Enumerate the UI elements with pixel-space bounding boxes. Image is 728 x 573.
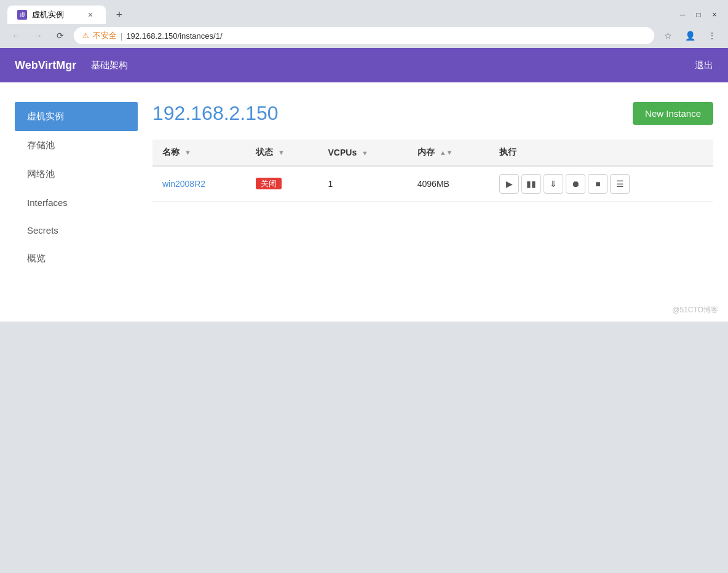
- action-buttons: ▶ ▮▮ ⇓ ⏺: [499, 174, 703, 194]
- col-actions: 执行: [489, 140, 713, 166]
- page-title: 192.168.2.150: [152, 102, 279, 125]
- new-instance-button[interactable]: New Instance: [633, 102, 713, 125]
- bookmark-button[interactable]: ☆: [659, 27, 676, 44]
- vm-status-cell: 关闭: [246, 166, 318, 202]
- col-name: 名称 ▼: [152, 140, 246, 166]
- stop-button[interactable]: ■: [588, 174, 607, 194]
- url-text: 192.168.2.150/instances/1/: [126, 31, 222, 41]
- col-status: 状态 ▼: [246, 140, 318, 166]
- watermark: @51CTO博客: [0, 293, 728, 322]
- window-close-button[interactable]: ×: [708, 9, 721, 21]
- table-row: win2008R2 关闭 1 4096MB ▶: [152, 166, 713, 202]
- sidebar: 虚机实例 存储池 网络池 Interfaces Secrets 概览: [15, 102, 138, 273]
- vm-actions-cell: ▶ ▮▮ ⇓ ⏺: [489, 166, 713, 202]
- vm-name-cell: win2008R2: [152, 166, 246, 202]
- sidebar-item-network-pool[interactable]: 网络池: [15, 160, 138, 189]
- back-button[interactable]: ←: [7, 27, 25, 44]
- sort-vcpus-icon[interactable]: ▼: [362, 149, 368, 157]
- sidebar-item-overview[interactable]: 概览: [15, 244, 138, 273]
- pause-icon: ▮▮: [526, 179, 536, 189]
- profile-button[interactable]: 👤: [681, 27, 698, 44]
- tab-favicon: 虚: [17, 10, 27, 20]
- more-menu-button[interactable]: ☰: [610, 174, 630, 194]
- minimize-button[interactable]: ─: [676, 9, 689, 21]
- sidebar-item-interfaces[interactable]: Interfaces: [15, 189, 138, 216]
- vm-name-link[interactable]: win2008R2: [162, 179, 205, 189]
- power-icon: ⏺: [571, 179, 580, 189]
- instances-table: 名称 ▼ 状态 ▼ VCPUs ▼: [152, 140, 713, 202]
- status-badge: 关闭: [256, 178, 282, 189]
- sort-status-icon[interactable]: ▼: [278, 149, 285, 156]
- download-icon: ⇓: [550, 179, 557, 189]
- reload-button[interactable]: ⟳: [52, 27, 69, 44]
- forward-button[interactable]: →: [30, 27, 47, 44]
- maximize-button[interactable]: □: [692, 9, 705, 21]
- table-header-row: 名称 ▼ 状态 ▼ VCPUs ▼: [152, 140, 713, 166]
- tab-title: 虚机实例: [32, 9, 64, 20]
- vm-vcpus-cell: 1: [318, 166, 407, 202]
- app-logo: WebVirtMgr: [15, 59, 76, 72]
- menu-button[interactable]: ⋮: [703, 27, 721, 44]
- vm-memory-cell: 4096MB: [408, 166, 490, 202]
- sidebar-item-secrets[interactable]: Secrets: [15, 216, 138, 244]
- logout-button[interactable]: 退出: [695, 60, 713, 71]
- security-icon: ⚠: [82, 31, 89, 40]
- app-header: WebVirtMgr 基础架构 退出: [0, 48, 728, 82]
- download-button[interactable]: ⇓: [544, 174, 563, 194]
- tab-close-button[interactable]: ×: [85, 9, 96, 20]
- sidebar-item-storage-pool[interactable]: 存储池: [15, 131, 138, 160]
- sort-memory-icon[interactable]: ▲▼: [440, 149, 453, 156]
- address-bar[interactable]: ⚠ 不安全 | 192.168.2.150/instances/1/: [74, 27, 654, 44]
- col-vcpus: VCPUs ▼: [318, 140, 407, 166]
- pause-button[interactable]: ▮▮: [521, 174, 541, 194]
- play-button[interactable]: ▶: [499, 174, 519, 194]
- sort-name-icon[interactable]: ▼: [184, 149, 191, 156]
- menu-icon: ☰: [616, 179, 624, 189]
- col-memory: 内存 ▲▼: [408, 140, 490, 166]
- sidebar-item-vm-instances[interactable]: 虚机实例: [15, 102, 138, 131]
- new-tab-button[interactable]: +: [111, 6, 128, 23]
- active-tab[interactable]: 虚 虚机实例 ×: [7, 6, 106, 24]
- power-button[interactable]: ⏺: [566, 174, 585, 194]
- security-label: 不安全: [93, 30, 117, 41]
- content-area: 192.168.2.150 New Instance 名称 ▼ 状态: [152, 102, 713, 273]
- nav-infrastructure[interactable]: 基础架构: [91, 60, 128, 71]
